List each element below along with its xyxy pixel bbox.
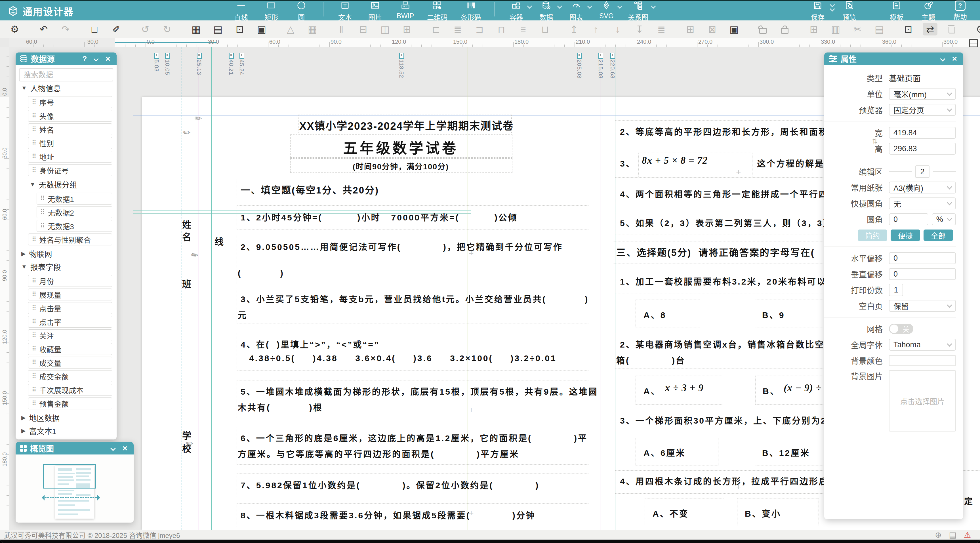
datasource-group-物联网[interactable]: ▶物联网: [19, 247, 113, 260]
paper-side-label[interactable]: 线: [215, 234, 224, 247]
canvas-text-element[interactable]: (x − 9) ÷ 2: [784, 382, 830, 394]
ungroup-button[interactable]: ⊠: [705, 23, 719, 35]
move-down-button[interactable]: ↓: [610, 23, 625, 35]
canvas-text-element[interactable]: 3、: [620, 157, 636, 169]
align-top-button[interactable]: ⊓: [494, 23, 509, 35]
merge-cells-button[interactable]: ▦: [305, 23, 320, 35]
undo-button[interactable]: ↶: [36, 23, 51, 35]
datasource-field-无数据3[interactable]: ⠿无数据3: [37, 220, 112, 232]
tool-barcode[interactable]: 条形码: [460, 0, 481, 22]
datasource-group-地区数据[interactable]: ▶地区数据: [19, 411, 113, 424]
bring-to-front-button[interactable]: ↥: [566, 23, 581, 35]
close-icon[interactable]: ×: [105, 54, 110, 63]
canvas-text-element[interactable]: 箱( )台: [616, 354, 686, 366]
frame-corner-icon[interactable]: [969, 39, 978, 47]
datasource-field-序号[interactable]: ⠿序号: [28, 96, 112, 108]
format-brush-button[interactable]: ✐: [109, 23, 124, 35]
datasource-field-成交量[interactable]: ⠿成交量: [28, 357, 112, 368]
tool-data[interactable]: 数据: [538, 0, 555, 22]
tool-chart[interactable]: 图表: [568, 0, 585, 22]
overview-panel-header[interactable]: 概览图 ×: [16, 442, 134, 454]
tool-template[interactable]: 模板: [888, 0, 905, 22]
select-预览器[interactable]: 固定分页: [889, 104, 956, 116]
input-宽[interactable]: 419.84: [889, 127, 956, 139]
tool-line[interactable]: 直线: [233, 0, 250, 22]
slider-track[interactable]: [907, 290, 956, 290]
collapse-chevron-icon[interactable]: [111, 446, 116, 451]
input-水平偏移[interactable]: 0: [889, 252, 956, 264]
canvas-text-element[interactable]: 8x + 5 × 8 = 72: [642, 155, 708, 166]
canvas-text-element[interactable]: 6、一个三角形的底是6厘米，这边底上的高是1.2厘米，它的面积是( )平: [240, 431, 588, 444]
paste-doc-button[interactable]: ▤: [872, 23, 887, 35]
canvas-text-element[interactable]: 方厘米。与它等底等高的平行四边形的面积是( )平方厘米: [238, 447, 519, 460]
distribute-horizontal-button[interactable]: ◫: [378, 23, 392, 35]
layers-button[interactable]: ▣: [727, 23, 741, 35]
tool-circle[interactable]: 圆: [293, 0, 310, 22]
canvas-text-element[interactable]: 8、一根木料锯成3段需要3.6分钟，如果锯成5段需要( )分钟: [240, 508, 536, 521]
globe-icon[interactable]: ⊕: [935, 530, 942, 540]
order-list-button[interactable]: ≣: [654, 23, 669, 35]
tool-container[interactable]: 容器: [508, 0, 525, 22]
datasource-field-成交金额[interactable]: ⠿成交金额: [28, 370, 112, 382]
button-便捷[interactable]: 便捷: [891, 229, 920, 241]
button-简约[interactable]: 简约: [858, 229, 887, 241]
datasource-field-姓名与性别聚合[interactable]: ⠿姓名与性别聚合: [28, 234, 112, 245]
canvas-text-element[interactable]: XX镇小学2023-2024学年上学期期末测试卷: [299, 118, 509, 133]
minimap-right-arrow[interactable]: [97, 495, 103, 500]
input-打印份数[interactable]: 1: [889, 284, 903, 296]
tool-save[interactable]: 保存: [809, 0, 826, 22]
canvas-text-element[interactable]: (时间90分钟，满分100分): [291, 161, 511, 172]
doc-icon[interactable]: ▤: [949, 530, 956, 540]
canvas-text-element[interactable]: B、: [763, 384, 780, 397]
guide-marker-icon[interactable]: [165, 53, 170, 59]
datasource-field-展现量[interactable]: ⠿展现量: [28, 288, 112, 301]
align-right-button[interactable]: ⊐: [472, 23, 487, 35]
canvas-text-element[interactable]: 1、2小时45分钟=( )小时 70000平方米=( )公倾: [240, 210, 518, 223]
datasource-field-头像[interactable]: ⠿头像: [28, 110, 112, 122]
button-全部[interactable]: 全部: [924, 229, 953, 241]
tool-relation[interactable]: 关系图: [628, 0, 648, 22]
guide-marker-icon[interactable]: [154, 53, 159, 59]
close-icon[interactable]: ×: [952, 54, 957, 63]
align-bottom-button[interactable]: ⊔: [538, 23, 552, 35]
datasource-field-千次展现成本[interactable]: ⠿千次展现成本: [28, 384, 112, 396]
tool-rect[interactable]: 矩形: [263, 0, 280, 22]
canvas-text-element[interactable]: A、: [643, 384, 660, 397]
input-垂直偏移[interactable]: 0: [889, 268, 956, 280]
canvas-text-element[interactable]: 一、填空题(每空1分、共20分): [240, 183, 379, 196]
add-doc-button[interactable]: ⊞: [807, 23, 821, 35]
toolbox-settings-button[interactable]: ⚙: [7, 23, 22, 35]
cut-button[interactable]: ✂: [850, 23, 865, 35]
move-up-button[interactable]: ↑: [589, 23, 603, 35]
canvas-text-element[interactable]: B、12厘米: [762, 446, 810, 459]
guide-marker-icon[interactable]: [399, 53, 404, 59]
tool-qrcode[interactable]: 二维码: [427, 0, 447, 22]
trash-button[interactable]: [945, 23, 959, 35]
redo-button[interactable]: ↷: [58, 23, 73, 35]
align-left-button[interactable]: ⊏: [428, 23, 443, 35]
shape-library-button[interactable]: △: [283, 23, 298, 35]
group-button[interactable]: ⊞: [683, 23, 698, 35]
new-page-button[interactable]: □: [87, 23, 102, 35]
lock-button[interactable]: [777, 23, 792, 35]
image-picker[interactable]: 点击选择图片: [889, 370, 956, 432]
datasource-field-预售金额[interactable]: ⠿预售金额: [28, 398, 112, 409]
datasource-field-性别[interactable]: ⠿性别: [28, 137, 112, 149]
close-icon[interactable]: ×: [122, 444, 127, 452]
warning-icon[interactable]: ⚠: [964, 530, 971, 540]
guide-marker-icon[interactable]: [229, 53, 234, 59]
zoom-out-button[interactable]: −: [974, 24, 980, 34]
align-center-button[interactable]: ≣: [450, 23, 465, 35]
batch-pages-button[interactable]: ▣: [254, 23, 269, 35]
canvas-text-element[interactable]: 2、等底等高的平形四边形和长方形，周长和面积都相等: [620, 125, 858, 137]
align-strip-middle-button[interactable]: ⊞: [399, 23, 414, 35]
input-圆角[interactable]: 0: [889, 213, 928, 225]
tool-image[interactable]: 图片: [367, 0, 383, 22]
fit-page-button[interactable]: ⊡: [901, 23, 916, 35]
tool-svg[interactable]: SVG: [598, 0, 615, 20]
select-全局字体[interactable]: Tahoma: [889, 339, 956, 351]
marquee-select-button[interactable]: ▦: [189, 23, 204, 35]
canvas-text-element[interactable]: B、变小: [745, 507, 781, 519]
guide-marker-icon[interactable]: [197, 53, 202, 59]
guide-marker-icon[interactable]: [239, 53, 244, 59]
